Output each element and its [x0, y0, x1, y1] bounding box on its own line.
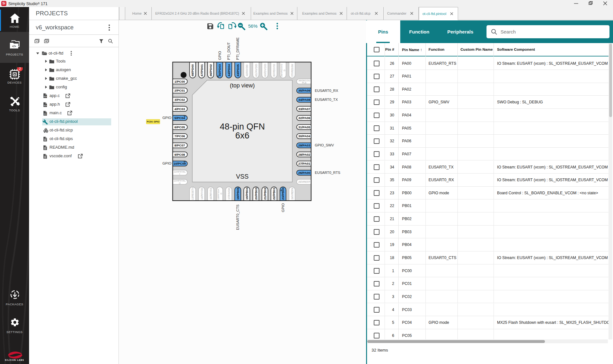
svg-text:44/PD04: 44/PD04 — [227, 64, 231, 77]
svg-text:4/PC03: 4/PC03 — [174, 107, 185, 111]
svg-text:EUSART0_CTS: EUSART0_CTS — [236, 204, 240, 230]
svg-text:20/PB03: 20/PB03 — [254, 187, 258, 200]
svg-text:EUSART0_RTS: EUSART0_RTS — [315, 171, 341, 175]
svg-text:G: G — [217, 75, 219, 78]
svg-text:22/PB01: 22/PB01 — [272, 187, 276, 200]
svg-text:<>: <> — [44, 104, 47, 107]
svg-text:2: 2 — [19, 67, 21, 71]
svg-text:35/PA09: 35/PA09 — [298, 89, 310, 92]
svg-text:34/PA08: 34/PA08 — [298, 98, 310, 101]
svg-text:24/VREFN: 24/VREFN — [290, 188, 294, 200]
svg-text:40/DVDD: 40/DVDD — [263, 64, 267, 77]
svg-text:6x6: 6x6 — [235, 130, 249, 140]
svg-text:48/PD00: 48/PD00 — [191, 64, 194, 77]
svg-text:PC04: GPIO: PC04: GPIO — [147, 121, 160, 123]
svg-text:46/PD02: 46/PD02 — [209, 64, 212, 77]
svg-text:PLE: PLE — [302, 81, 306, 84]
svg-text:29/PA03: 29/PA03 — [298, 144, 310, 147]
svg-text:43/PD05: 43/PD05 — [236, 64, 240, 77]
svg-text:31/PA05: 31/PA05 — [298, 125, 310, 129]
svg-text:14/RFVDD: 14/RFVDD — [200, 188, 203, 200]
svg-text:GPIO: GPIO — [163, 116, 172, 120]
svg-text:G: G — [184, 115, 185, 117]
svg-text:EUSART0_TX: EUSART0_TX — [315, 98, 338, 101]
svg-text:D: D — [283, 70, 286, 71]
svg-text:32/PA06: 32/PA06 — [298, 116, 310, 120]
svg-text:</>: </> — [12, 45, 16, 48]
svg-text:2/PC01: 2/PC01 — [174, 89, 185, 92]
svg-text:7/PC06: 7/PC06 — [174, 134, 185, 138]
svg-text:18/PB05: 18/PB05 — [236, 187, 240, 200]
svg-text:33/PA07: 33/PA07 — [298, 107, 310, 111]
svg-text:48-pin QFN: 48-pin QFN — [220, 122, 265, 131]
svg-text:EUSART0_RX: EUSART0_RX — [315, 89, 339, 93]
svg-text:19/PB04: 19/PB04 — [245, 187, 249, 200]
svg-text:GPIO_SWV: GPIO_SWV — [315, 143, 334, 147]
svg-text:39/VREGVSS: 39/VREGVSS — [272, 64, 276, 77]
svg-text:37/VREGSW: 37/VREGSW — [290, 64, 294, 77]
svg-text:O: O — [179, 182, 181, 185]
svg-text:47/PD01: 47/PD01 — [200, 64, 203, 77]
svg-text:I: I — [179, 173, 180, 175]
svg-text:GPIO: GPIO — [218, 51, 222, 60]
svg-text:GPIO: GPIO — [163, 161, 172, 165]
svg-text:56%: 56% — [248, 24, 257, 29]
svg-text:26/PA00: 26/PA00 — [298, 171, 310, 175]
svg-text:GPIO: GPIO — [281, 203, 285, 212]
svg-text:21/PB02: 21/PB02 — [263, 187, 267, 200]
svg-text:17/PAVDD: 17/PAVDD — [227, 188, 231, 200]
svg-text:1/PC00: 1/PC00 — [174, 80, 185, 83]
svg-text:G: G — [184, 160, 185, 163]
svg-text:9/PC08: 9/PC08 — [174, 153, 185, 156]
svg-text:42/IOVDD: 42/IOVDD — [245, 64, 249, 76]
svg-text:13/RESETn: 13/RESETn — [191, 187, 194, 200]
svg-text:8/PC07: 8/PC07 — [174, 144, 185, 147]
svg-text:VSS: VSS — [236, 173, 249, 180]
svg-text:<>: <> — [44, 95, 47, 98]
svg-text:PTI_DOUT: PTI_DOUT — [227, 42, 231, 60]
svg-text:6/PC05: 6/PC05 — [174, 125, 185, 129]
svg-text:45/PD03: 45/PD03 — [218, 64, 221, 77]
svg-text:28/PA02: 28/PA02 — [298, 153, 310, 156]
svg-text:(top view): (top view) — [230, 82, 255, 89]
svg-text:<>: <> — [44, 112, 47, 115]
svg-text:30/PA04: 30/PA04 — [298, 134, 310, 138]
svg-text:27/PA01: 27/PA01 — [298, 162, 310, 165]
svg-text:G: G — [280, 189, 282, 191]
svg-text:O: O — [220, 193, 223, 195]
svg-text:PTI_DFRAME: PTI_DFRAME — [236, 37, 240, 60]
svg-text:41/AVDD: 41/AVDD — [254, 64, 258, 77]
svg-text:25/VREFP: 25/VREFP — [298, 180, 310, 183]
svg-text:3/PC02: 3/PC02 — [174, 98, 185, 101]
svg-text:15/RFVSS: 15/RFVSS — [209, 188, 212, 199]
